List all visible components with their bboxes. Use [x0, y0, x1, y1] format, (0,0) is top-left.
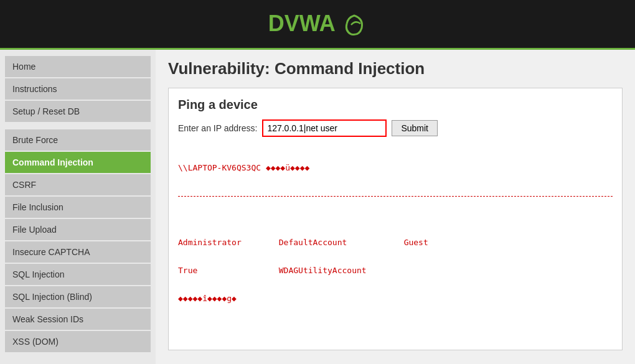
ping-card: Ping a device Enter an IP address: Submi…: [168, 88, 623, 350]
output-line1: \\LAPTOP-KV6QS3QC ◆◆◆◆ü◆◆◆◆: [178, 163, 613, 172]
sidebar-item-home[interactable]: Home: [5, 56, 151, 77]
sidebar-item-csrf[interactable]: CSRF: [5, 174, 151, 195]
content-area: Vulnerability: Command Injection Ping a …: [156, 50, 635, 364]
user-columns: Administrator True ◆◆◆◆◆î◆◆◆◆g◆ DefaultA…: [178, 219, 613, 322]
sidebar-item-sql-injection[interactable]: SQL Injection: [5, 264, 151, 285]
col2: DefaultAccount WDAGUtilityAccount: [279, 219, 367, 322]
output-area: \\LAPTOP-KV6QS3QC ◆◆◆◆ü◆◆◆◆ Administrato…: [178, 144, 613, 340]
sidebar-item-file-inclusion[interactable]: File Inclusion: [5, 197, 151, 218]
sidebar-divider: [5, 123, 151, 129]
logo-highlight: WA: [299, 11, 335, 36]
sidebar-item-file-upload[interactable]: File Upload: [5, 219, 151, 240]
col3-row1: Guest: [404, 238, 463, 247]
submit-button[interactable]: Submit: [392, 120, 438, 136]
col1: Administrator True ◆◆◆◆◆î◆◆◆◆g◆: [178, 219, 242, 322]
sidebar: Home Instructions Setup / Reset DB Brute…: [0, 50, 156, 364]
main-layout: Home Instructions Setup / Reset DB Brute…: [0, 50, 635, 364]
sidebar-item-sql-injection-blind[interactable]: SQL Injection (Blind): [5, 286, 151, 307]
page-title: Vulnerability: Command Injection: [168, 59, 623, 78]
header: DVWA: [0, 0, 635, 50]
col1-row2: True: [178, 266, 242, 275]
col1-row3: ◆◆◆◆◆î◆◆◆◆g◆: [178, 294, 242, 303]
logo: DVWA: [268, 11, 367, 37]
col3: Guest: [404, 219, 463, 322]
sidebar-item-xss-dom[interactable]: XSS (DOM): [5, 331, 151, 352]
sidebar-item-setup[interactable]: Setup / Reset DB: [5, 101, 151, 122]
col2-row2: WDAGUtilityAccount: [279, 266, 367, 275]
sidebar-item-brute-force[interactable]: Brute Force: [5, 129, 151, 151]
form-row: Enter an IP address: Submit: [178, 119, 613, 137]
col2-row1: DefaultAccount: [279, 238, 367, 247]
ip-input[interactable]: [262, 119, 387, 137]
ip-label: Enter an IP address:: [178, 123, 257, 133]
sidebar-item-instructions[interactable]: Instructions: [5, 78, 151, 100]
sidebar-item-insecure-captcha[interactable]: Insecure CAPTCHA: [5, 241, 151, 263]
sidebar-item-command-injection[interactable]: Command Injection: [5, 152, 151, 173]
sidebar-item-weak-session[interactable]: Weak Session IDs: [5, 309, 151, 330]
col1-row1: Administrator: [178, 238, 242, 247]
logo-icon: [342, 12, 367, 37]
output-divider: [178, 196, 613, 197]
logo-text: DV: [268, 11, 299, 36]
card-title: Ping a device: [178, 98, 613, 112]
